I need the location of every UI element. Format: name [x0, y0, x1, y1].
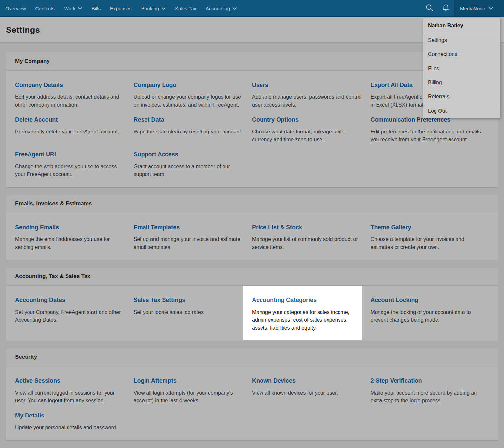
country-options-link[interactable]: Country Options [252, 116, 363, 124]
top-nav: Overview Contacts Work Bills Expenses Ba… [0, 0, 504, 17]
user-dropdown-menu: Nathan Barley Settings Connections Files… [423, 18, 500, 118]
card-freeagent-url: FreeAgent URL Change the web address you… [15, 151, 134, 178]
account-menu-trigger[interactable]: MediaNode [454, 0, 504, 16]
nav-item-sales-tax[interactable]: Sales Tax [175, 6, 196, 11]
nav-item-work[interactable]: Work [64, 6, 82, 11]
menu-item-log-out[interactable]: Log Out [423, 104, 500, 118]
card-account-locking: Account Locking Manage the locking of yo… [371, 296, 489, 332]
section-title: Accounting, Tax & Sales Tax [6, 268, 498, 286]
nav-item-label: Contacts [35, 6, 55, 11]
chevron-down-icon [489, 7, 493, 10]
chevron-down-icon [162, 7, 165, 10]
known-devices-link[interactable]: Known Devices [252, 377, 363, 385]
card-description: Choose what date format, mileage units, … [252, 128, 363, 144]
card-description: Manage the email addresses you use for s… [15, 235, 126, 251]
bell-icon [442, 3, 450, 13]
company-details-link[interactable]: Company Details [15, 81, 126, 89]
card-reset-data: Reset Data Wipe the slate clean by reset… [134, 116, 252, 144]
notifications-button[interactable] [437, 0, 454, 16]
card-description: Permanently delete your FreeAgent accoun… [15, 128, 126, 136]
card-description: Make your account more secure by adding … [371, 389, 481, 405]
card-delete-account: Delete Account Permanently delete your F… [15, 116, 134, 144]
two-step-verification-link[interactable]: 2-Step Verification [371, 377, 481, 385]
card-description: Update your personal details and passwor… [15, 424, 126, 432]
card-users: Users Add and manage users, passwords an… [252, 81, 371, 109]
nav-item-expenses[interactable]: Expenses [110, 6, 132, 11]
account-label: MediaNode [460, 6, 485, 11]
nav-item-accounting[interactable]: Accounting [206, 6, 237, 11]
card-description: Set up and manage your invoice and estim… [134, 235, 244, 251]
card-email-templates: Email Templates Set up and manage your i… [134, 224, 252, 251]
sending-emails-link[interactable]: Sending Emails [15, 224, 126, 231]
card-description: View all login attempts (for your compan… [134, 389, 244, 405]
price-list-stock-link[interactable]: Price List & Stock [252, 224, 363, 231]
card-country-options: Country Options Choose what date format,… [252, 116, 371, 144]
users-link[interactable]: Users [252, 81, 363, 89]
sales-tax-settings-link[interactable]: Sales Tax Settings [134, 296, 244, 304]
section-body: Accounting Dates Set your Company, FreeA… [6, 286, 498, 341]
card-description: Manage your list of commonly sold produc… [252, 235, 363, 251]
card-active-sessions: Active Sessions View all current logged … [15, 377, 134, 405]
menu-item-billing[interactable]: Billing [423, 75, 500, 90]
card-description: Grant account access to a member of our … [134, 163, 244, 178]
freeagent-url-link[interactable]: FreeAgent URL [15, 151, 126, 158]
card-price-list-stock: Price List & Stock Manage your list of c… [252, 224, 371, 251]
card-company-logo: Company Logo Upload or change your compa… [134, 81, 252, 109]
nav-item-bills[interactable]: Bills [91, 6, 101, 11]
section-title: Security [6, 348, 498, 366]
nav-right: MediaNode [421, 0, 504, 16]
chevron-down-icon [78, 7, 82, 10]
my-details-link[interactable]: My Details [15, 412, 126, 419]
active-sessions-link[interactable]: Active Sessions [15, 377, 126, 385]
menu-item-connections[interactable]: Connections [423, 47, 500, 61]
card-accounting-dates: Accounting Dates Set your Company, FreeA… [15, 296, 134, 332]
chevron-down-icon [233, 7, 237, 10]
search-button[interactable] [421, 0, 437, 16]
card-description: Manage your categories for sales income,… [252, 308, 363, 332]
accounting-dates-link[interactable]: Accounting Dates [15, 296, 126, 304]
nav-item-label: Banking [141, 6, 159, 11]
reset-data-link[interactable]: Reset Data [134, 116, 244, 124]
user-menu-username: Nathan Barley [423, 18, 500, 33]
delete-account-link[interactable]: Delete Account [15, 116, 126, 124]
nav-item-label: Bills [91, 6, 101, 11]
card-2-step-verification: 2-Step Verification Make your account mo… [371, 377, 489, 405]
card-theme-gallery: Theme Gallery Choose a template for your… [371, 224, 489, 251]
card-description: Change the web address you use to access… [15, 163, 126, 178]
account-locking-link[interactable]: Account Locking [371, 296, 481, 304]
nav-item-contacts[interactable]: Contacts [35, 6, 55, 11]
email-templates-link[interactable]: Email Templates [134, 224, 244, 231]
page-title: Settings [6, 25, 40, 35]
card-description: View all known devices for your user. [252, 389, 363, 397]
card-sales-tax-settings: Sales Tax Settings Set your locale sales… [134, 296, 252, 332]
section-body: Sending Emails Manage the email addresse… [6, 213, 498, 260]
login-attempts-link[interactable]: Login Attempts [134, 377, 244, 385]
nav-item-label: Expenses [110, 6, 132, 11]
card-company-details: Company Details Edit your address detail… [15, 81, 134, 109]
card-sending-emails: Sending Emails Manage the email addresse… [15, 224, 134, 251]
accounting-categories-link[interactable]: Accounting Categories [252, 296, 363, 304]
card-description: Manage the locking of your account data … [371, 308, 481, 324]
card-my-details: My Details Update your personal details … [15, 412, 134, 432]
menu-item-files[interactable]: Files [423, 61, 500, 75]
card-description: Edit preferences for the notifications a… [371, 128, 481, 144]
card-description: Choose a template for your invoices and … [371, 235, 481, 251]
support-access-link[interactable]: Support Access [134, 151, 244, 158]
nav-item-banking[interactable]: Banking [141, 6, 165, 11]
card-communication-preferences: Communication Preferences Edit preferenc… [371, 116, 489, 144]
search-icon [425, 3, 434, 13]
company-logo-link[interactable]: Company Logo [134, 81, 244, 89]
card-login-attempts: Login Attempts View all login attempts (… [134, 377, 252, 405]
menu-item-settings[interactable]: Settings [423, 33, 500, 47]
section-title: Emails, Invoices & Estimates [6, 195, 498, 213]
section-body: Active Sessions View all current logged … [6, 366, 498, 440]
section-emails-invoices-estimates: Emails, Invoices & Estimates Sending Ema… [6, 195, 498, 260]
card-description: Upload or change your company logos for … [134, 93, 244, 109]
card-description: Set your locale sales tax rates. [134, 308, 244, 316]
menu-item-referrals[interactable]: Referrals [423, 90, 500, 104]
card-description: Add and manage users, passwords and cont… [252, 93, 363, 109]
card-known-devices: Known Devices View all known devices for… [252, 377, 371, 405]
nav-item-overview[interactable]: Overview [5, 6, 26, 11]
card-description: View all current logged in sessions for … [15, 389, 126, 405]
theme-gallery-link[interactable]: Theme Gallery [371, 224, 481, 231]
